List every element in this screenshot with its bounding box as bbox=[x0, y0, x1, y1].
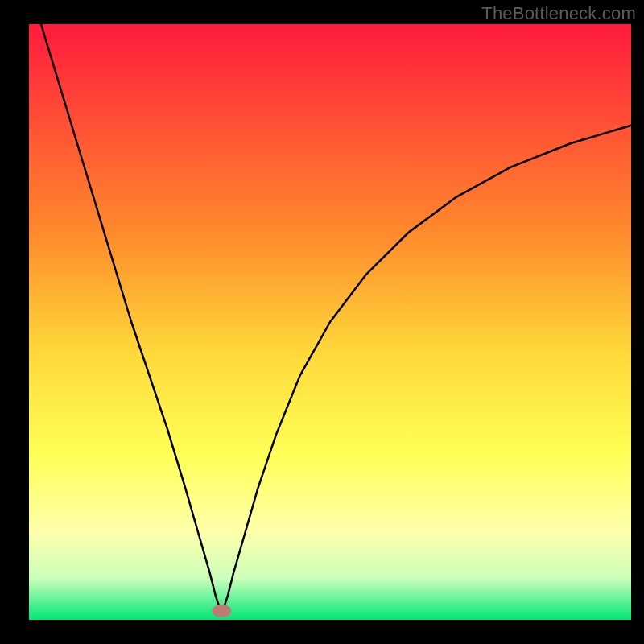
watermark-label: TheBottleneck.com bbox=[481, 3, 636, 24]
chart-container: TheBottleneck.com bbox=[0, 0, 644, 644]
minimum-marker bbox=[212, 605, 231, 617]
bottleneck-chart bbox=[0, 0, 644, 644]
